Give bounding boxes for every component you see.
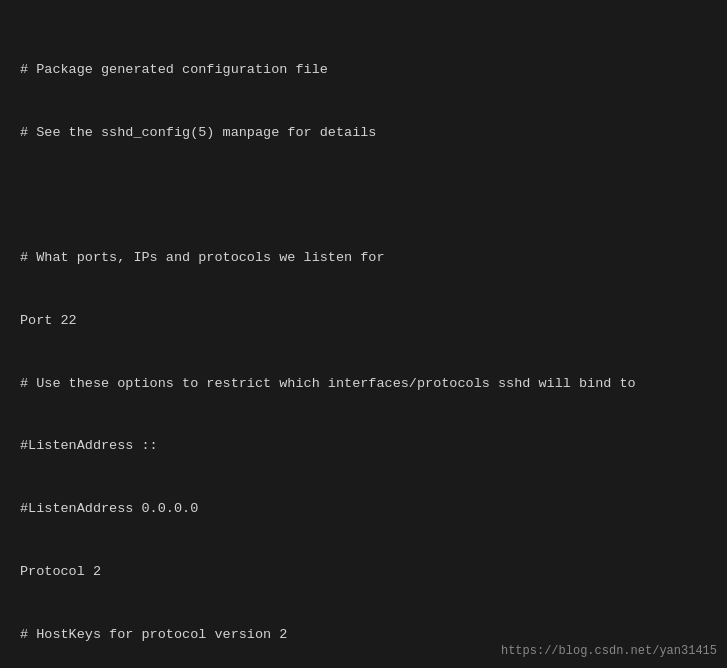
comment-text: # See the sshd_config(5) manpage for det… bbox=[20, 125, 376, 140]
config-line: Port 22 bbox=[20, 313, 77, 328]
line-4: # What ports, IPs and protocols we liste… bbox=[20, 248, 707, 269]
line-7: #ListenAddress :: bbox=[20, 436, 707, 457]
terminal-window: # Package generated configuration file #… bbox=[0, 0, 727, 668]
comment-text: # Use these options to restrict which in… bbox=[20, 376, 636, 391]
line-5: Port 22 bbox=[20, 311, 707, 332]
code-content: # Package generated configuration file #… bbox=[20, 18, 707, 668]
comment-text: # Package generated configuration file bbox=[20, 62, 328, 77]
watermark: https://blog.csdn.net/yan31415 bbox=[501, 644, 717, 658]
config-line: Protocol 2 bbox=[20, 564, 101, 579]
comment-text: # What ports, IPs and protocols we liste… bbox=[20, 250, 385, 265]
config-line: #ListenAddress :: bbox=[20, 438, 158, 453]
config-line: #ListenAddress 0.0.0.0 bbox=[20, 501, 198, 516]
line-3 bbox=[20, 185, 707, 206]
line-1: # Package generated configuration file bbox=[20, 60, 707, 81]
line-8: #ListenAddress 0.0.0.0 bbox=[20, 499, 707, 520]
line-9: Protocol 2 bbox=[20, 562, 707, 583]
line-10: # HostKeys for protocol version 2 bbox=[20, 625, 707, 646]
comment-text: # HostKeys for protocol version 2 bbox=[20, 627, 287, 642]
line-6: # Use these options to restrict which in… bbox=[20, 374, 707, 395]
line-2: # See the sshd_config(5) manpage for det… bbox=[20, 123, 707, 144]
